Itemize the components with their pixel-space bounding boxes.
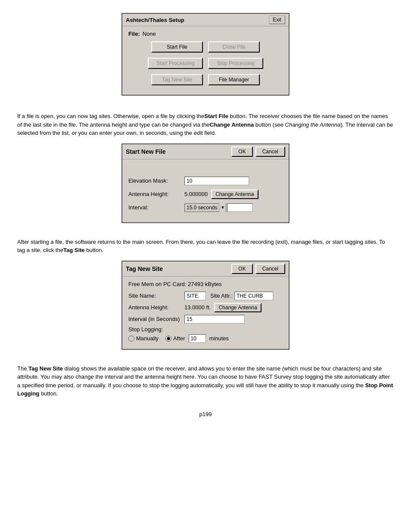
site-attr-label: Site Attr.: (210, 292, 233, 299)
start-new-file-ok-button[interactable]: OK (231, 146, 252, 157)
antenna-height-row: Antenna Height: 5.000000 Change Antenna (128, 190, 283, 199)
ashtech-title-bar: Ashtech/Thales Setup Exit (122, 14, 289, 26)
stop-logging-radio-row: Manually After minutes (128, 334, 283, 343)
antenna-height-label: Antenna Height: (128, 191, 184, 197)
tag-new-site-ok-button[interactable]: OK (231, 264, 252, 274)
start-new-file-body: Elevation Mask: Antenna Height: 5.000000… (122, 159, 289, 222)
tns-change-antenna-button[interactable]: Change Antenna (214, 303, 261, 312)
site-attr-input[interactable] (234, 292, 273, 300)
body-paragraph-1: If a file is open, you can now tag sites… (17, 112, 394, 137)
tag-new-site-button[interactable]: Tag New Site (151, 74, 203, 85)
body-text-1-italic: Changing the Antenna (285, 121, 341, 128)
body-text-1-start: If a file is open, you can now tag sites… (17, 113, 204, 119)
file-manager-button[interactable]: File Manager (208, 74, 260, 85)
body-text-2-end: button. (85, 247, 103, 253)
start-new-file-title-bar: Start New File OK Cancel (122, 144, 289, 159)
ashtech-thales-dialog: Ashtech/Thales Setup Exit File: None Sta… (121, 13, 290, 96)
tns-antenna-height-value: 13.0000 ft. (184, 304, 211, 311)
start-new-file-dialog: Start New File OK Cancel Elevation Mask:… (121, 143, 290, 223)
tns-antenna-height-row: Antenna Height: 13.0000 ft. Change Anten… (128, 303, 283, 312)
elevation-mask-label: Elevation Mask: (128, 177, 184, 184)
tns-interval-label: Interval (in Seconds) (128, 316, 184, 322)
tag-new-site-buttons: OK Cancel (231, 264, 285, 274)
site-name-input[interactable] (184, 292, 206, 300)
ashtech-title-text: Ashtech/Thales Setup (126, 17, 184, 23)
tag-new-site-title: Tag New Site (126, 265, 163, 272)
close-file-button[interactable]: Close File (208, 41, 260, 53)
body-paragraph-2: After starting a file, the software retu… (17, 238, 394, 255)
interval-row: Interval: 15.0 seconds ▼ (128, 203, 283, 212)
after-minutes-input[interactable] (189, 334, 206, 343)
file-buttons-row: Start File Close File (128, 41, 283, 53)
elevation-mask-row: Elevation Mask: (128, 177, 283, 185)
file-label: File: (128, 31, 140, 37)
interval-dropdown-arrow[interactable]: ▼ (219, 203, 226, 212)
radio-manually[interactable]: Manually (128, 335, 159, 342)
processing-buttons-row: Start Processing Stop Processing (128, 58, 283, 69)
stop-processing-button[interactable]: Stop Processing (208, 58, 263, 69)
page-number: p199 (17, 411, 394, 417)
interval-label: Interval: (128, 204, 184, 211)
interval-select-box[interactable]: 15.0 seconds ▼ (184, 203, 226, 212)
body-text-3-start: The (17, 365, 27, 372)
tns-antenna-height-label: Antenna Height: (128, 304, 184, 311)
site-name-label: Site Name: (128, 292, 184, 299)
antenna-height-value: 5.000000 (184, 191, 208, 197)
manually-label: Manually (136, 335, 159, 342)
tag-new-site-dialog: Tag New Site OK Cancel Free Mem on PC Ca… (121, 261, 290, 350)
interval-value: 15.0 seconds (185, 205, 219, 211)
body-text-3-end: button. (39, 390, 58, 397)
stop-logging-label: Stop Logging: (128, 326, 283, 333)
body-paragraph-3: The Tag New Site dialog shows the availa… (17, 364, 394, 398)
change-antenna-button[interactable]: Change Antenna (211, 190, 258, 199)
site-name-row: Site Name: Site Attr.: (128, 292, 283, 300)
body-text-3-cont: dialog shows the available space on the … (17, 365, 390, 389)
tns-interval-row: Interval (in Seconds) (128, 315, 283, 324)
body-text-1-bold2: Change Antenna (209, 121, 254, 128)
start-new-file-cancel-button[interactable]: Cancel (255, 146, 285, 157)
body-text-3-bold: Tag New Site (28, 365, 63, 372)
after-label: After (173, 335, 185, 342)
start-file-button[interactable]: Start File (151, 41, 203, 53)
file-row: File: None (128, 31, 283, 37)
manually-radio-btn[interactable] (128, 336, 134, 342)
tag-new-site-title-bar: Tag New Site OK Cancel (122, 261, 289, 277)
file-value: None (143, 31, 156, 37)
elevation-mask-input[interactable] (184, 177, 249, 185)
radio-after[interactable]: After minutes (165, 334, 229, 343)
tns-interval-input[interactable] (184, 315, 245, 324)
body-text-1-bold: Start File (204, 113, 228, 119)
site-manager-buttons-row: Tag New Site File Manager (128, 74, 283, 85)
minutes-label: minutes (209, 335, 229, 342)
body-text-2-bold: Tag Site (63, 247, 85, 253)
start-new-file-buttons: OK Cancel (231, 146, 285, 157)
interval-extra-input[interactable] (227, 203, 253, 212)
start-new-file-title: Start New File (126, 148, 166, 155)
free-mem-text: Free Mem on PC Card: 27493 kBytes (128, 281, 283, 287)
after-radio-btn[interactable] (165, 336, 171, 342)
start-processing-button[interactable]: Start Processing (148, 58, 203, 69)
tag-new-site-body: Free Mem on PC Card: 27493 kBytes Site N… (122, 277, 289, 349)
body-text-1-cont2: button (see (254, 121, 285, 128)
tag-new-site-cancel-button[interactable]: Cancel (255, 264, 285, 274)
exit-button[interactable]: Exit (269, 16, 285, 24)
